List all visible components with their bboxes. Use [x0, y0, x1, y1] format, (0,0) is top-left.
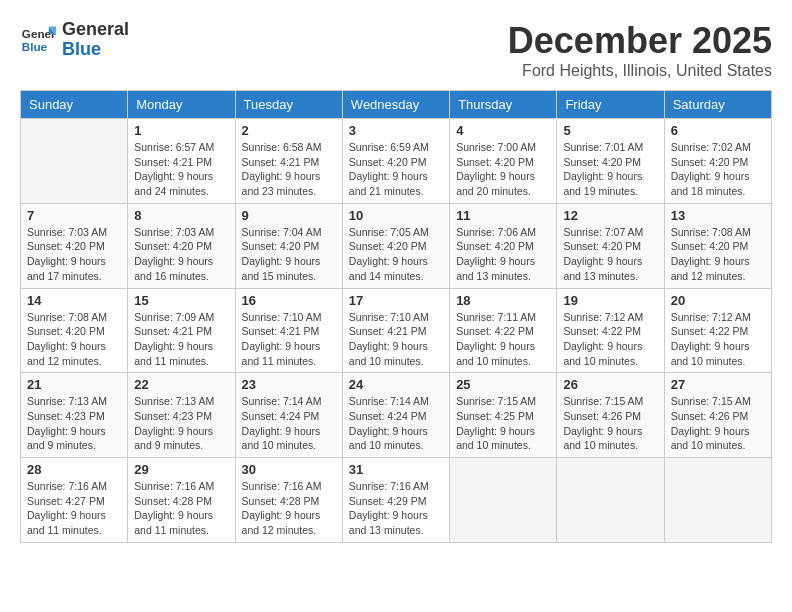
- calendar-cell: 4Sunrise: 7:00 AM Sunset: 4:20 PM Daylig…: [450, 119, 557, 204]
- calendar-cell: 2Sunrise: 6:58 AM Sunset: 4:21 PM Daylig…: [235, 119, 342, 204]
- day-info: Sunrise: 6:58 AM Sunset: 4:21 PM Dayligh…: [242, 140, 336, 199]
- day-number: 2: [242, 123, 336, 138]
- calendar-cell: 6Sunrise: 7:02 AM Sunset: 4:20 PM Daylig…: [664, 119, 771, 204]
- svg-text:Blue: Blue: [22, 40, 48, 53]
- calendar-cell: 31Sunrise: 7:16 AM Sunset: 4:29 PM Dayli…: [342, 458, 449, 543]
- day-number: 29: [134, 462, 228, 477]
- day-number: 3: [349, 123, 443, 138]
- calendar-cell: [664, 458, 771, 543]
- day-info: Sunrise: 7:02 AM Sunset: 4:20 PM Dayligh…: [671, 140, 765, 199]
- calendar-week-2: 14Sunrise: 7:08 AM Sunset: 4:20 PM Dayli…: [21, 288, 772, 373]
- day-number: 25: [456, 377, 550, 392]
- day-info: Sunrise: 7:08 AM Sunset: 4:20 PM Dayligh…: [671, 225, 765, 284]
- calendar-cell: [557, 458, 664, 543]
- day-number: 31: [349, 462, 443, 477]
- day-number: 22: [134, 377, 228, 392]
- calendar-cell: 16Sunrise: 7:10 AM Sunset: 4:21 PM Dayli…: [235, 288, 342, 373]
- day-number: 27: [671, 377, 765, 392]
- calendar-week-3: 21Sunrise: 7:13 AM Sunset: 4:23 PM Dayli…: [21, 373, 772, 458]
- day-number: 9: [242, 208, 336, 223]
- day-info: Sunrise: 7:15 AM Sunset: 4:26 PM Dayligh…: [671, 394, 765, 453]
- day-number: 5: [563, 123, 657, 138]
- calendar-cell: 21Sunrise: 7:13 AM Sunset: 4:23 PM Dayli…: [21, 373, 128, 458]
- day-number: 24: [349, 377, 443, 392]
- day-number: 28: [27, 462, 121, 477]
- calendar-cell: 23Sunrise: 7:14 AM Sunset: 4:24 PM Dayli…: [235, 373, 342, 458]
- day-info: Sunrise: 7:16 AM Sunset: 4:28 PM Dayligh…: [242, 479, 336, 538]
- day-number: 21: [27, 377, 121, 392]
- day-info: Sunrise: 7:11 AM Sunset: 4:22 PM Dayligh…: [456, 310, 550, 369]
- day-info: Sunrise: 7:13 AM Sunset: 4:23 PM Dayligh…: [27, 394, 121, 453]
- calendar-header-thursday: Thursday: [450, 91, 557, 119]
- day-number: 11: [456, 208, 550, 223]
- page-header: General Blue General Blue December 2025 …: [20, 20, 772, 80]
- day-number: 12: [563, 208, 657, 223]
- calendar-cell: 25Sunrise: 7:15 AM Sunset: 4:25 PM Dayli…: [450, 373, 557, 458]
- calendar-cell: 26Sunrise: 7:15 AM Sunset: 4:26 PM Dayli…: [557, 373, 664, 458]
- calendar-header-row: SundayMondayTuesdayWednesdayThursdayFrid…: [21, 91, 772, 119]
- logo-text-general: General: [62, 20, 129, 40]
- day-info: Sunrise: 6:57 AM Sunset: 4:21 PM Dayligh…: [134, 140, 228, 199]
- calendar-cell: 12Sunrise: 7:07 AM Sunset: 4:20 PM Dayli…: [557, 203, 664, 288]
- day-number: 1: [134, 123, 228, 138]
- day-number: 6: [671, 123, 765, 138]
- calendar-week-0: 1Sunrise: 6:57 AM Sunset: 4:21 PM Daylig…: [21, 119, 772, 204]
- day-info: Sunrise: 6:59 AM Sunset: 4:20 PM Dayligh…: [349, 140, 443, 199]
- calendar-header-tuesday: Tuesday: [235, 91, 342, 119]
- day-info: Sunrise: 7:14 AM Sunset: 4:24 PM Dayligh…: [242, 394, 336, 453]
- day-number: 19: [563, 293, 657, 308]
- calendar-cell: [21, 119, 128, 204]
- calendar-cell: 17Sunrise: 7:10 AM Sunset: 4:21 PM Dayli…: [342, 288, 449, 373]
- day-info: Sunrise: 7:09 AM Sunset: 4:21 PM Dayligh…: [134, 310, 228, 369]
- day-number: 18: [456, 293, 550, 308]
- day-info: Sunrise: 7:10 AM Sunset: 4:21 PM Dayligh…: [349, 310, 443, 369]
- month-title: December 2025: [508, 20, 772, 62]
- day-number: 23: [242, 377, 336, 392]
- day-info: Sunrise: 7:16 AM Sunset: 4:29 PM Dayligh…: [349, 479, 443, 538]
- calendar-cell: 13Sunrise: 7:08 AM Sunset: 4:20 PM Dayli…: [664, 203, 771, 288]
- day-number: 4: [456, 123, 550, 138]
- calendar-header-sunday: Sunday: [21, 91, 128, 119]
- day-number: 16: [242, 293, 336, 308]
- day-number: 15: [134, 293, 228, 308]
- calendar-cell: 30Sunrise: 7:16 AM Sunset: 4:28 PM Dayli…: [235, 458, 342, 543]
- day-info: Sunrise: 7:13 AM Sunset: 4:23 PM Dayligh…: [134, 394, 228, 453]
- logo-icon: General Blue: [20, 22, 56, 58]
- calendar-cell: 7Sunrise: 7:03 AM Sunset: 4:20 PM Daylig…: [21, 203, 128, 288]
- day-info: Sunrise: 7:15 AM Sunset: 4:25 PM Dayligh…: [456, 394, 550, 453]
- day-info: Sunrise: 7:12 AM Sunset: 4:22 PM Dayligh…: [563, 310, 657, 369]
- day-info: Sunrise: 7:01 AM Sunset: 4:20 PM Dayligh…: [563, 140, 657, 199]
- day-number: 7: [27, 208, 121, 223]
- day-number: 30: [242, 462, 336, 477]
- calendar-cell: 15Sunrise: 7:09 AM Sunset: 4:21 PM Dayli…: [128, 288, 235, 373]
- day-number: 17: [349, 293, 443, 308]
- calendar-cell: 27Sunrise: 7:15 AM Sunset: 4:26 PM Dayli…: [664, 373, 771, 458]
- calendar-cell: 8Sunrise: 7:03 AM Sunset: 4:20 PM Daylig…: [128, 203, 235, 288]
- day-info: Sunrise: 7:03 AM Sunset: 4:20 PM Dayligh…: [134, 225, 228, 284]
- calendar-cell: 10Sunrise: 7:05 AM Sunset: 4:20 PM Dayli…: [342, 203, 449, 288]
- day-info: Sunrise: 7:10 AM Sunset: 4:21 PM Dayligh…: [242, 310, 336, 369]
- day-number: 20: [671, 293, 765, 308]
- calendar-table: SundayMondayTuesdayWednesdayThursdayFrid…: [20, 90, 772, 543]
- calendar-cell: 11Sunrise: 7:06 AM Sunset: 4:20 PM Dayli…: [450, 203, 557, 288]
- calendar-cell: 24Sunrise: 7:14 AM Sunset: 4:24 PM Dayli…: [342, 373, 449, 458]
- logo: General Blue General Blue: [20, 20, 129, 60]
- calendar-header-monday: Monday: [128, 91, 235, 119]
- calendar-cell: 19Sunrise: 7:12 AM Sunset: 4:22 PM Dayli…: [557, 288, 664, 373]
- day-info: Sunrise: 7:00 AM Sunset: 4:20 PM Dayligh…: [456, 140, 550, 199]
- calendar-cell: 18Sunrise: 7:11 AM Sunset: 4:22 PM Dayli…: [450, 288, 557, 373]
- calendar-week-1: 7Sunrise: 7:03 AM Sunset: 4:20 PM Daylig…: [21, 203, 772, 288]
- day-info: Sunrise: 7:14 AM Sunset: 4:24 PM Dayligh…: [349, 394, 443, 453]
- calendar-cell: 9Sunrise: 7:04 AM Sunset: 4:20 PM Daylig…: [235, 203, 342, 288]
- calendar-cell: 5Sunrise: 7:01 AM Sunset: 4:20 PM Daylig…: [557, 119, 664, 204]
- day-info: Sunrise: 7:15 AM Sunset: 4:26 PM Dayligh…: [563, 394, 657, 453]
- calendar-cell: 28Sunrise: 7:16 AM Sunset: 4:27 PM Dayli…: [21, 458, 128, 543]
- calendar-cell: 3Sunrise: 6:59 AM Sunset: 4:20 PM Daylig…: [342, 119, 449, 204]
- calendar-cell: 20Sunrise: 7:12 AM Sunset: 4:22 PM Dayli…: [664, 288, 771, 373]
- calendar-cell: 29Sunrise: 7:16 AM Sunset: 4:28 PM Dayli…: [128, 458, 235, 543]
- location-text: Ford Heights, Illinois, United States: [508, 62, 772, 80]
- day-info: Sunrise: 7:04 AM Sunset: 4:20 PM Dayligh…: [242, 225, 336, 284]
- day-info: Sunrise: 7:16 AM Sunset: 4:28 PM Dayligh…: [134, 479, 228, 538]
- calendar-header-saturday: Saturday: [664, 91, 771, 119]
- calendar-header-wednesday: Wednesday: [342, 91, 449, 119]
